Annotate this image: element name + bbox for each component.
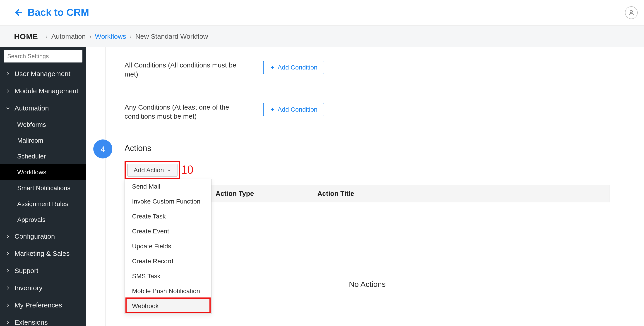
sidebar-item-marketing-sales[interactable]: Marketing & Sales xyxy=(0,245,86,262)
dropdown-item-update-fields[interactable]: Update Fields xyxy=(125,239,211,254)
sidebar-item-inventory[interactable]: Inventory xyxy=(0,279,86,296)
dropdown-item-mobile-push[interactable]: Mobile Push Notification xyxy=(125,284,211,298)
settings-sidebar: User Management Module Management Automa… xyxy=(0,47,86,326)
sidebar-item-configuration[interactable]: Configuration xyxy=(0,228,86,245)
chevron-right-icon xyxy=(6,320,10,324)
svg-point-0 xyxy=(630,10,633,13)
chevron-right-icon: › xyxy=(89,33,91,40)
chevron-right-icon xyxy=(6,72,10,76)
sidebar-subitem-smart-notifications[interactable]: Smart Notifications xyxy=(0,180,86,196)
plus-icon xyxy=(270,65,275,70)
user-avatar[interactable] xyxy=(625,6,638,19)
chevron-right-icon: › xyxy=(130,33,132,40)
chevron-right-icon xyxy=(6,286,10,290)
any-conditions-label: Any Conditions (At least one of the cond… xyxy=(124,103,238,121)
sidebar-item-extensions[interactable]: Extensions xyxy=(0,314,86,326)
sidebar-subitem-approvals[interactable]: Approvals xyxy=(0,212,86,228)
sidebar-item-user-management[interactable]: User Management xyxy=(0,65,86,82)
sidebar-item-my-preferences[interactable]: My Preferences xyxy=(0,296,86,314)
sidebar-item-automation[interactable]: Automation xyxy=(0,100,86,117)
dropdown-item-create-task[interactable]: Create Task xyxy=(125,209,211,224)
annotation-number: 10 xyxy=(181,162,194,176)
sidebar-subitem-workflows[interactable]: Workflows xyxy=(0,164,86,180)
breadcrumb-home[interactable]: HOME xyxy=(14,32,38,41)
add-action-button[interactable]: Add Action xyxy=(127,164,178,176)
sidebar-subitem-scheduler[interactable]: Scheduler xyxy=(0,148,86,164)
sidebar-item-module-management[interactable]: Module Management xyxy=(0,82,86,100)
dropdown-item-send-mail[interactable]: Send Mail xyxy=(125,179,211,194)
sidebar-subitem-webforms[interactable]: Webforms xyxy=(0,117,86,133)
add-action-dropdown: Send Mail Invoke Custom Function Create … xyxy=(124,179,212,314)
chevron-right-icon xyxy=(6,234,10,238)
person-icon xyxy=(628,9,635,16)
search-settings-input[interactable] xyxy=(4,50,82,62)
add-condition-all-button[interactable]: Add Condition xyxy=(263,61,324,74)
sidebar-item-support[interactable]: Support xyxy=(0,262,86,279)
add-condition-any-button[interactable]: Add Condition xyxy=(263,103,324,116)
back-to-crm-link[interactable]: Back to CRM xyxy=(14,7,89,18)
chevron-right-icon xyxy=(6,269,10,273)
top-bar: Back to CRM xyxy=(0,0,644,25)
dropdown-item-invoke-custom-function[interactable]: Invoke Custom Function xyxy=(125,194,211,209)
breadcrumb: HOME › Automation › Workflows › New Stan… xyxy=(0,25,644,47)
back-label: Back to CRM xyxy=(28,7,89,18)
step-connector-line xyxy=(105,47,106,326)
chevron-right-icon xyxy=(6,303,10,307)
chevron-right-icon: › xyxy=(46,33,48,40)
chevron-down-icon xyxy=(167,168,171,172)
dropdown-item-create-record[interactable]: Create Record xyxy=(125,254,211,269)
breadcrumb-item: New Standard Workflow xyxy=(136,32,208,40)
chevron-right-icon xyxy=(6,252,10,256)
plus-icon xyxy=(270,107,275,112)
dropdown-item-create-event[interactable]: Create Event xyxy=(125,224,211,239)
col-action-title: Action Title xyxy=(254,190,354,198)
all-conditions-label: All Conditions (All conditions must be m… xyxy=(124,61,238,79)
workflow-editor-main: All Conditions (All conditions must be m… xyxy=(86,47,644,326)
arrow-left-icon xyxy=(14,8,23,17)
dropdown-item-webhook[interactable]: Webhook xyxy=(125,298,211,314)
step-number-badge: 4 xyxy=(93,140,112,158)
sidebar-subitem-mailroom[interactable]: Mailroom xyxy=(0,133,86,148)
dropdown-item-sms-task[interactable]: SMS Task xyxy=(125,269,211,284)
sidebar-subitem-assignment-rules[interactable]: Assignment Rules xyxy=(0,196,86,212)
actions-section-title: Actions xyxy=(124,144,151,153)
chevron-right-icon xyxy=(6,89,10,93)
breadcrumb-item-link[interactable]: Workflows xyxy=(95,32,126,40)
breadcrumb-item[interactable]: Automation xyxy=(52,32,86,40)
chevron-down-icon xyxy=(6,106,10,110)
